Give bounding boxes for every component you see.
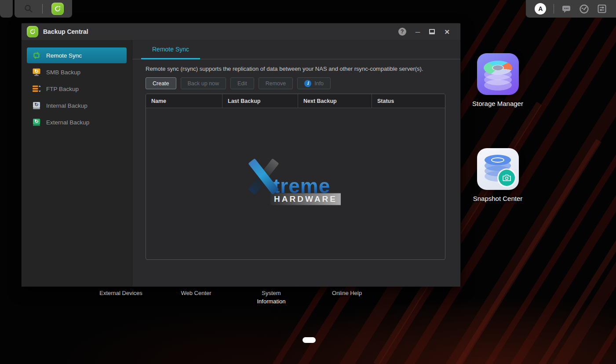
ftp-server-icon [32,84,41,94]
backup-central-icon [27,26,38,37]
minimize-button[interactable]: ─ [416,29,420,35]
search-icon[interactable] [23,4,34,14]
toolbar: CreateBack up nowEditRemoveiInfo [146,77,447,89]
user-avatar[interactable]: A [535,3,546,15]
smb-monitor-icon: ↻ [32,67,41,77]
internal-drive-icon: ↻ [32,101,41,110]
storage-donut-chart [484,61,512,76]
backup-central-window: Backup Central ? ─ ✕ Remote Sync↻SMB Bac… [21,23,461,287]
sync-arrows-icon [32,51,41,60]
xtreme-hardware-watermark: treme HARDWARE [249,157,342,205]
window-controls: ? ─ ✕ [398,28,455,36]
taskbar-stub[interactable] [0,0,13,18]
backup-central-app-icon[interactable] [51,3,64,15]
help-button[interactable]: ? [398,28,406,36]
button-label: Remove [266,80,286,87]
column-header-name[interactable]: Name [146,94,222,108]
svg-text:↻: ↻ [34,69,38,74]
wallpaper-floor-glow [0,289,616,364]
info-button: iInfo [297,77,331,89]
taskbar-divider [554,4,554,14]
activity-monitor-icon[interactable] [579,4,589,14]
window-body: Remote Sync↻SMB BackupFTP Backup↻Interna… [22,40,460,287]
button-label: Create [153,80,169,87]
taskbar-left-group [15,0,72,18]
back-up-now-button: Back up now [181,77,226,89]
sidebar-item-label: Internal Backup [46,102,87,109]
sidebar-item-external-backup[interactable]: ↻External Backup [27,114,127,130]
camera-badge-icon [499,170,515,186]
taskbar-right-group: A [526,0,616,18]
sidebar-item-label: FTP Backup [46,86,79,92]
column-header-status[interactable]: Status [372,94,445,108]
sidebar-item-internal-backup[interactable]: ↻Internal Backup [27,98,127,113]
shortcut-label[interactable]: Snapshot Center [463,195,533,202]
button-label: Back up now [188,80,219,87]
tab-remote-sync[interactable]: Remote Sync [141,40,200,59]
edit-button: Edit [230,77,254,89]
sidebar-item-remote-sync[interactable]: Remote Sync [27,47,127,63]
taskbar-pill-handle[interactable] [303,337,316,343]
preferences-icon[interactable] [597,4,607,14]
svg-text:↻: ↻ [34,102,38,107]
remove-button: Remove [259,77,293,89]
maximize-button[interactable] [429,29,435,34]
external-drive-icon: ↻ [32,117,41,127]
shortcut-label-web-center[interactable]: Web Center [165,289,227,298]
button-label: Info [314,80,324,87]
shortcut-label[interactable]: Storage Manager [463,100,533,107]
sidebar: Remote Sync↻SMB BackupFTP Backup↻Interna… [22,40,132,287]
sidebar-item-ftp-backup[interactable]: FTP Backup [27,81,127,97]
disk-ring [491,157,504,163]
window-titlebar[interactable]: Backup Central ? ─ ✕ [22,23,460,40]
close-button[interactable]: ✕ [444,29,450,35]
column-header-last-backup[interactable]: Last Backup [222,94,298,108]
table-header: NameLast BackupNext BackupStatus [146,94,445,108]
storage-manager-icon[interactable] [477,53,519,95]
content-panel: Remote Sync Remote sync (rsync) supports… [132,40,460,287]
backup-jobs-table: NameLast BackupNext BackupStatus treme H… [146,94,445,260]
sidebar-item-label: SMB Backup [46,69,80,76]
shortcut-label-external-devices[interactable]: External Devices [90,289,152,298]
taskbar-divider [42,4,43,14]
top-taskbar: A [0,0,616,18]
shortcut-storage-manager[interactable]: Storage Manager [463,53,533,107]
create-button[interactable]: Create [146,77,176,89]
description-text: Remote sync (rsync) supports the replica… [146,66,447,72]
svg-text:↻: ↻ [34,119,38,124]
table-body[interactable]: treme HARDWARE [146,108,445,260]
button-label: Edit [237,80,247,87]
window-title: Backup Central [43,28,88,35]
snapshot-center-icon[interactable] [477,148,519,190]
shortcut-label-online-help[interactable]: Online Help [316,289,378,298]
sidebar-item-label: External Backup [46,119,89,126]
chat-icon[interactable] [561,4,572,14]
shortcut-snapshot-center[interactable]: Snapshot Center [463,148,533,202]
sidebar-item-label: Remote Sync [46,52,82,59]
desktop: A Backup Central ? ─ ✕ [0,0,616,364]
shortcut-label-system-information[interactable]: System Information [249,289,293,306]
watermark-hardware-text: HARDWARE [270,193,341,205]
sidebar-item-smb-backup[interactable]: ↻SMB Backup [27,64,127,80]
watermark-x-logo [249,157,277,195]
tab-bar: Remote Sync [132,40,460,59]
watermark-treme-text: treme [273,177,330,195]
info-icon: i [304,80,311,87]
column-header-next-backup[interactable]: Next Backup [298,94,372,108]
